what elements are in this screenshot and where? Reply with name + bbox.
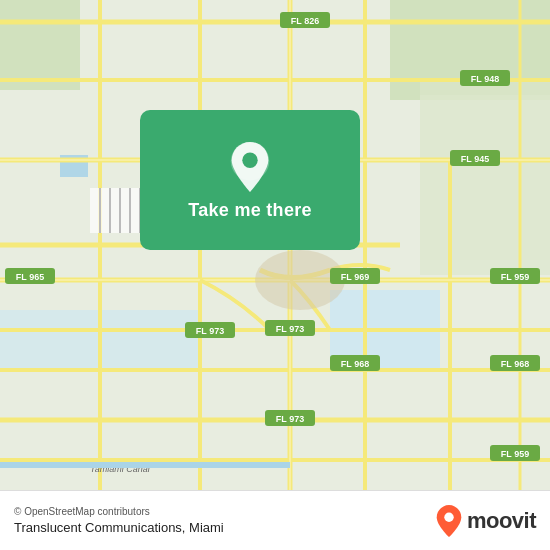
take-me-there-label: Take me there xyxy=(188,200,312,221)
svg-rect-1 xyxy=(0,0,80,90)
take-me-there-button[interactable]: Take me there xyxy=(140,110,360,250)
svg-rect-4 xyxy=(420,80,550,260)
location-label: Translucent Communications, Miami xyxy=(14,520,224,535)
svg-text:FL 948: FL 948 xyxy=(471,74,499,84)
svg-text:FL 973: FL 973 xyxy=(196,326,224,336)
svg-text:FL 945: FL 945 xyxy=(461,154,489,164)
map-view: FL 826 FL 948 FL 945 FL 969 FL 959 FL 96… xyxy=(0,0,550,490)
location-info: © OpenStreetMap contributors Translucent… xyxy=(14,506,224,535)
map-pin-icon xyxy=(226,140,274,194)
svg-point-62 xyxy=(444,512,453,521)
svg-text:FL 968: FL 968 xyxy=(501,359,529,369)
copyright-text: © OpenStreetMap contributors xyxy=(14,506,224,517)
svg-text:FL 968: FL 968 xyxy=(341,359,369,369)
svg-text:FL 965: FL 965 xyxy=(16,272,44,282)
svg-point-61 xyxy=(242,152,257,167)
bottom-bar: © OpenStreetMap contributors Translucent… xyxy=(0,490,550,550)
moovit-logo: moovit xyxy=(435,504,536,538)
moovit-pin-icon xyxy=(435,504,463,538)
svg-text:FL 959: FL 959 xyxy=(501,272,529,282)
moovit-brand-label: moovit xyxy=(467,508,536,534)
svg-text:FL 973: FL 973 xyxy=(276,414,304,424)
svg-text:FL 969: FL 969 xyxy=(341,272,369,282)
svg-text:FL 826: FL 826 xyxy=(291,16,319,26)
svg-text:FL 959: FL 959 xyxy=(501,449,529,459)
svg-text:FL 973: FL 973 xyxy=(276,324,304,334)
